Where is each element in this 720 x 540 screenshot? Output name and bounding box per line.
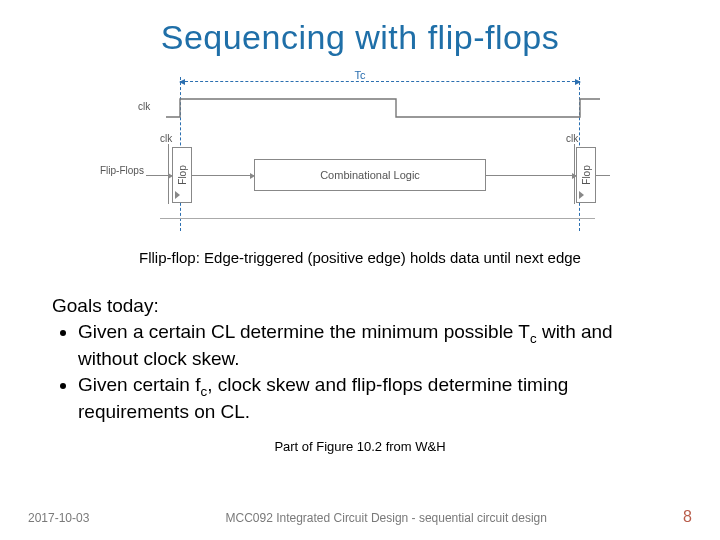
flop-left: Flop [172, 147, 192, 203]
flop-right: Flop [576, 147, 596, 203]
goal-item-2: Given certain fc, clock skew and flip-fl… [78, 373, 668, 424]
clk-label-right: clk [566, 133, 578, 144]
goals-section: Goals today: Given a certain CL determin… [52, 294, 668, 425]
tc-span-arrow [180, 81, 580, 82]
clock-triangle-icon [175, 191, 180, 199]
goal-1-sub: c [530, 331, 537, 346]
wire-in [146, 175, 172, 176]
wire-out [596, 175, 610, 176]
slide-footer: 2017-10-03 MCC092 Integrated Circuit Des… [0, 508, 720, 526]
goal-item-1: Given a certain CL determine the minimum… [78, 320, 668, 371]
footer-date: 2017-10-03 [28, 511, 89, 525]
clock-triangle-icon [579, 191, 584, 199]
slide-title: Sequencing with flip-flops [0, 18, 720, 57]
goal-1-pre: Given a certain CL determine the minimum… [78, 321, 530, 342]
clk-label-left: clk [160, 133, 172, 144]
timing-figure: Tc clk Flip-Flops clk clk Flop Combinati… [110, 71, 610, 231]
figure-credit: Part of Figure 10.2 from W&H [0, 439, 720, 454]
combinational-logic-block: Combinational Logic [254, 159, 486, 191]
figure-baseline [160, 218, 595, 219]
footer-page-number: 8 [683, 508, 692, 526]
flop-left-label: Flop [177, 165, 188, 184]
flop-right-label: Flop [581, 165, 592, 184]
goal-2-pre: Given certain f [78, 374, 201, 395]
wire-cl-to-d [486, 175, 576, 176]
clk-label-top: clk [138, 101, 150, 112]
clock-waveform [166, 97, 600, 119]
flip-flops-label: Flip-Flops [100, 165, 144, 176]
footer-course: MCC092 Integrated Circuit Design - seque… [89, 511, 683, 525]
tc-label: Tc [355, 69, 366, 81]
combinational-logic-label: Combinational Logic [320, 169, 420, 181]
pipeline-row: Flip-Flops clk clk Flop Combinational Lo… [110, 133, 610, 211]
clock-waveform-row: clk [110, 95, 610, 123]
wire-q-to-cl [192, 175, 254, 176]
goals-heading: Goals today: [52, 294, 668, 318]
figure-caption: Fllip-flop: Edge-triggered (positive edg… [0, 249, 720, 266]
